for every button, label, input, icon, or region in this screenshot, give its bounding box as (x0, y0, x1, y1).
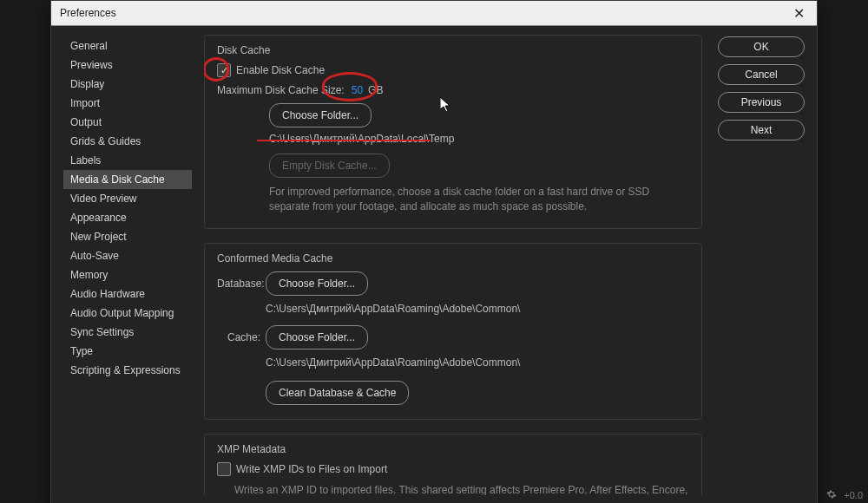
cache-label: Cache: (217, 331, 260, 343)
enable-disk-cache-row: Enable Disk Cache (217, 63, 689, 77)
gear-icon[interactable] (826, 489, 837, 501)
panel-title-disk-cache: Disk Cache (217, 44, 689, 56)
disk-cache-path: C:\Users\Дмитрий\AppData\Local\Temp (269, 133, 689, 145)
conformed-cache-panel: Conformed Media Cache Database: Choose F… (204, 243, 702, 420)
sidebar-item-output[interactable]: Output (63, 113, 192, 132)
sidebar-item-display[interactable]: Display (63, 75, 192, 94)
cancel-button[interactable]: Cancel (718, 64, 805, 85)
panel-title-conformed: Conformed Media Cache (217, 252, 689, 265)
dialog-title: Preferences (60, 7, 790, 19)
sidebar-item-memory[interactable]: Memory (63, 265, 192, 284)
cache-choose-folder-button[interactable]: Choose Folder... (266, 325, 368, 349)
sidebar-item-grids-guides[interactable]: Grids & Guides (63, 132, 192, 151)
status-value: +0.0 (844, 490, 863, 500)
preferences-sidebar: GeneralPreviewsDisplayImportOutputGrids … (63, 35, 192, 495)
write-xmp-label: Write XMP IDs to Files on Import (236, 463, 387, 475)
sidebar-item-audio-output-mapping[interactable]: Audio Output Mapping (63, 304, 192, 323)
disk-cache-panel: Disk Cache Enable Disk Cache Maximum Dis… (204, 35, 702, 229)
sidebar-item-general[interactable]: General (63, 36, 192, 56)
enable-disk-cache-checkbox[interactable] (217, 63, 231, 77)
max-cache-size-unit: GB (368, 84, 383, 96)
dialog-buttons-column: OK Cancel Previous Next (718, 35, 805, 495)
enable-disk-cache-label: Enable Disk Cache (236, 64, 325, 76)
database-path: C:\Users\Дмитрий\AppData\Roaming\Adobe\C… (266, 303, 689, 315)
panel-title-xmp: XMP Metadata (217, 443, 689, 455)
choose-folder-button[interactable]: Choose Folder... (269, 103, 372, 127)
sidebar-item-audio-hardware[interactable]: Audio Hardware (63, 284, 192, 304)
cache-path: C:\Users\Дмитрий\AppData\Roaming\Adobe\C… (266, 356, 689, 369)
status-bar: +0.0 (821, 487, 868, 503)
sidebar-item-sync-settings[interactable]: Sync Settings (63, 323, 192, 342)
main-content: Disk Cache Enable Disk Cache Maximum Dis… (204, 35, 706, 495)
empty-disk-cache-button: Empty Disk Cache... (269, 154, 390, 178)
sidebar-item-appearance[interactable]: Appearance (63, 208, 192, 227)
disk-cache-help: For improved performance, choose a disk … (269, 185, 689, 214)
database-label: Database: (217, 278, 260, 290)
write-xmp-checkbox[interactable] (217, 462, 231, 476)
sidebar-item-type[interactable]: Type (63, 342, 192, 361)
sidebar-item-auto-save[interactable]: Auto-Save (63, 246, 192, 265)
max-cache-size-row: Maximum Disk Cache Size: 50 GB (217, 84, 689, 96)
sidebar-item-import[interactable]: Import (63, 94, 192, 113)
sidebar-item-previews[interactable]: Previews (63, 56, 192, 75)
close-icon[interactable]: ✕ (790, 5, 808, 22)
sidebar-item-labels[interactable]: Labels (63, 151, 192, 170)
max-cache-size-label: Maximum Disk Cache Size: (217, 84, 345, 96)
xmp-panel: XMP Metadata Write XMP IDs to Files on I… (204, 434, 702, 495)
clean-database-button[interactable]: Clean Database & Cache (266, 381, 409, 405)
next-button[interactable]: Next (718, 120, 805, 140)
sidebar-item-scripting-expressions[interactable]: Scripting & Expressions (63, 361, 192, 380)
preferences-dialog: Preferences ✕ GeneralPreviewsDisplayImpo… (50, 0, 818, 503)
max-cache-size-value[interactable]: 50 (352, 84, 363, 96)
sidebar-item-media-disk-cache[interactable]: Media & Disk Cache (63, 170, 192, 189)
titlebar: Preferences ✕ (51, 1, 817, 26)
previous-button[interactable]: Previous (718, 92, 805, 113)
ok-button[interactable]: OK (718, 36, 805, 57)
sidebar-item-video-preview[interactable]: Video Preview (63, 189, 192, 208)
sidebar-item-new-project[interactable]: New Project (63, 227, 192, 246)
database-choose-folder-button[interactable]: Choose Folder... (266, 271, 368, 296)
xmp-help: Writes an XMP ID to imported files. This… (234, 483, 689, 495)
